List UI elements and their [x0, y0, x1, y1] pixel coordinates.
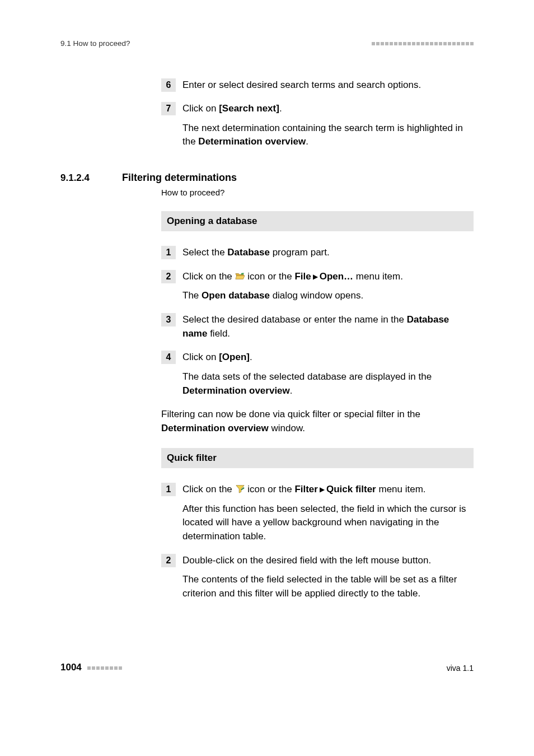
step-body: Click on the icon or the Filter▶Quick fi…	[182, 483, 474, 544]
step: 4Click on [Open].The data sets of the se…	[161, 351, 474, 398]
footer-ornament	[87, 666, 122, 670]
step-text: After this function has been selected, t…	[182, 502, 474, 544]
procedure-title: Quick filter	[161, 448, 474, 469]
procedure-opening-database: Opening a database 1Select the Database …	[161, 211, 474, 398]
step-body: Select the Database program part.	[182, 246, 474, 260]
procedure-title: Opening a database	[161, 211, 474, 232]
step-text: Double-click on the desired field with t…	[182, 554, 474, 568]
step: 2Click on the icon or the File▶Open… men…	[161, 270, 474, 303]
procedure-steps: 1Click on the icon or the Filter▶Quick f…	[161, 483, 474, 600]
step-number: 1	[161, 246, 176, 259]
step-text: The Open database dialog window opens.	[182, 289, 474, 303]
funnel-filter-icon	[235, 484, 245, 493]
folder-open-icon	[235, 272, 245, 281]
page: 9.1 How to proceed? 6Enter or select des…	[0, 0, 534, 756]
section-title: Filtering determinations	[122, 170, 237, 185]
header-section-path: 9.1 How to proceed?	[60, 38, 130, 49]
step-text: The data sets of the selected database a…	[182, 370, 474, 398]
step: 1Select the Database program part.	[161, 246, 474, 260]
running-header: 9.1 How to proceed?	[60, 38, 474, 49]
step-body: Click on [Search next].The next determin…	[182, 102, 474, 149]
step-number: 3	[161, 313, 176, 326]
step-number: 7	[161, 102, 176, 115]
procedure-steps: 1Select the Database program part.2Click…	[161, 246, 474, 398]
step-text: The contents of the field selected in th…	[182, 573, 474, 600]
step-body: Click on [Open].The data sets of the sel…	[182, 351, 474, 398]
header-ornament	[372, 42, 474, 45]
footer-product: viva 1.1	[447, 662, 474, 674]
step: 3Select the desired database or enter th…	[161, 313, 474, 340]
step-text: Click on [Search next].	[182, 102, 474, 116]
section-heading: 9.1.2.4 Filtering determinations	[60, 170, 474, 185]
step-number: 6	[161, 78, 176, 92]
step-number: 2	[161, 554, 176, 567]
transition-paragraph: Filtering can now be done via quick filt…	[161, 408, 474, 435]
step: 1Click on the icon or the Filter▶Quick f…	[161, 483, 474, 544]
step: 7Click on [Search next].The next determi…	[161, 102, 474, 149]
step-body: Enter or select desired search terms and…	[182, 78, 474, 92]
step: 2Double-click on the desired field with …	[161, 554, 474, 601]
procedure-quick-filter: Quick filter 1Click on the icon or the F…	[161, 448, 474, 601]
transition-text: Filtering can now be done via quick filt…	[161, 408, 474, 435]
step-text: Click on the icon or the File▶Open… menu…	[182, 270, 474, 284]
step: 6Enter or select desired search terms an…	[161, 78, 474, 92]
step-body: Select the desired database or enter the…	[182, 313, 474, 340]
step-number: 1	[161, 483, 176, 496]
step-body: Click on the icon or the File▶Open… menu…	[182, 270, 474, 303]
section-number: 9.1.2.4	[60, 171, 122, 185]
step-number: 2	[161, 270, 176, 283]
step-text: Click on [Open].	[182, 351, 474, 365]
step-body: Double-click on the desired field with t…	[182, 554, 474, 601]
step-text: Select the desired database or enter the…	[182, 313, 474, 340]
page-number: 1004	[60, 661, 82, 675]
step-text: Select the Database program part.	[182, 246, 474, 260]
menu-separator-icon: ▶	[318, 486, 326, 493]
page-footer: 1004 viva 1.1	[60, 661, 474, 675]
step-number: 4	[161, 351, 176, 364]
step-text: The next determination containing the se…	[182, 122, 474, 149]
continuation-steps: 6Enter or select desired search terms an…	[161, 78, 474, 150]
step-text: Click on the icon or the Filter▶Quick fi…	[182, 483, 474, 497]
menu-separator-icon: ▶	[311, 273, 320, 281]
step-text: Enter or select desired search terms and…	[182, 78, 474, 92]
section-subtitle: How to proceed?	[161, 186, 474, 199]
